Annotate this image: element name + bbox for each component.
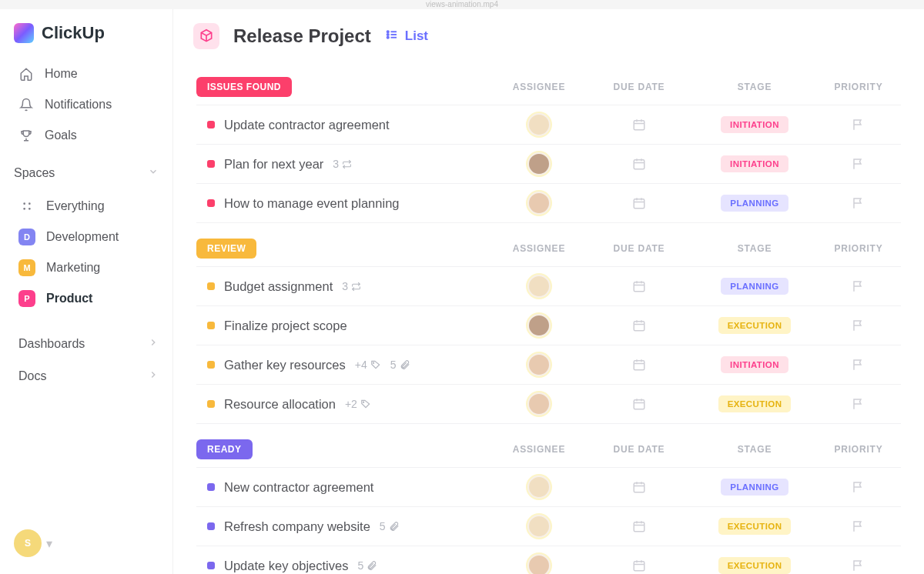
svg-point-8 <box>387 36 388 38</box>
column-header-due[interactable]: DUE DATE <box>585 82 693 92</box>
priority-flag-icon[interactable] <box>816 196 901 210</box>
stage-badge[interactable]: INITIATION <box>721 155 788 172</box>
priority-flag-icon[interactable] <box>816 157 901 171</box>
attachment-count[interactable]: 5 <box>390 359 410 371</box>
status-label[interactable]: READY <box>196 439 253 459</box>
sidebar-item-marketing[interactable]: MMarketing <box>14 252 163 283</box>
due-date-icon[interactable] <box>585 358 693 372</box>
column-header-assignee[interactable]: ASSIGNEE <box>493 243 585 254</box>
status-dot-icon <box>207 562 215 569</box>
assignee-avatar[interactable] <box>527 476 551 499</box>
nav-dashboards[interactable]: Dashboards <box>14 328 163 360</box>
stage-badge[interactable]: EXECUTION <box>718 395 792 412</box>
assignee-avatar[interactable] <box>527 275 551 298</box>
stage-badge[interactable]: INITIATION <box>721 356 788 373</box>
status-dot-icon <box>207 483 215 491</box>
stage-badge[interactable]: EXECUTION <box>718 518 792 535</box>
stage-badge[interactable]: PLANNING <box>721 479 788 496</box>
column-header-priority[interactable]: PRIORITY <box>816 444 901 455</box>
priority-flag-icon[interactable] <box>816 480 901 494</box>
svg-rect-26 <box>634 322 644 331</box>
column-header-stage[interactable]: STAGE <box>693 444 816 455</box>
subtask-count[interactable]: 3 <box>333 158 352 170</box>
space-label: Marketing <box>46 261 100 275</box>
priority-flag-icon[interactable] <box>816 397 901 411</box>
task-row[interactable]: Gather key resources+4 5 INITIATION <box>196 345 901 384</box>
task-list-content: ISSUES FOUNDASSIGNEEDUE DATESTAGEPRIORIT… <box>173 62 924 574</box>
status-label[interactable]: REVIEW <box>196 239 256 259</box>
column-header-stage[interactable]: STAGE <box>693 82 816 92</box>
due-date-icon[interactable] <box>585 480 693 494</box>
due-date-icon[interactable] <box>585 118 693 132</box>
assignee-avatar[interactable] <box>527 314 551 337</box>
nav-notifications[interactable]: Notifications <box>14 91 163 118</box>
svg-point-6 <box>387 33 388 35</box>
stage-badge[interactable]: INITIATION <box>721 116 788 133</box>
tag-count[interactable]: +4 <box>355 359 381 371</box>
sidebar-footer[interactable]: S ▾ <box>14 522 163 565</box>
attachment-count[interactable]: 5 <box>357 559 377 572</box>
task-row[interactable]: Budget assignment3 PLANNING <box>196 266 901 305</box>
nav-home[interactable]: Home <box>14 60 163 88</box>
space-icon: D <box>18 229 35 245</box>
task-row[interactable]: How to manage event planningPLANNING <box>196 183 901 223</box>
due-date-icon[interactable] <box>585 559 693 572</box>
priority-flag-icon[interactable] <box>816 319 901 332</box>
sidebar-item-development[interactable]: DDevelopment <box>14 222 163 252</box>
status-label[interactable]: ISSUES FOUND <box>196 77 292 97</box>
stage-badge[interactable]: EXECUTION <box>718 317 792 334</box>
stage-badge[interactable]: EXECUTION <box>718 557 792 574</box>
stage-badge[interactable]: PLANNING <box>721 278 788 295</box>
task-row[interactable]: Update contractor agreementINITIATION <box>196 105 901 144</box>
space-icon: M <box>18 259 35 276</box>
sidebar-item-product[interactable]: PProduct <box>14 283 163 314</box>
due-date-icon[interactable] <box>585 519 693 533</box>
priority-flag-icon[interactable] <box>816 279 901 293</box>
priority-flag-icon[interactable] <box>816 118 901 132</box>
assignee-avatar[interactable] <box>527 192 551 215</box>
due-date-icon[interactable] <box>585 397 693 411</box>
column-header-priority[interactable]: PRIORITY <box>816 243 901 254</box>
task-row[interactable]: New contractor agreementPLANNING <box>196 467 901 506</box>
nav-goals[interactable]: Goals <box>14 122 163 149</box>
assignee-avatar[interactable] <box>527 353 551 376</box>
brand[interactable]: ClickUp <box>14 23 163 43</box>
task-row[interactable]: Plan for next year3 INITIATION <box>196 144 901 183</box>
due-date-icon[interactable] <box>585 279 693 293</box>
due-date-icon[interactable] <box>585 196 693 210</box>
attachment-count[interactable]: 5 <box>380 520 400 532</box>
column-header-stage[interactable]: STAGE <box>693 243 816 254</box>
stage-badge[interactable]: PLANNING <box>721 195 788 212</box>
nav-home-label: Home <box>45 67 78 81</box>
svg-rect-10 <box>634 121 644 130</box>
nav-docs[interactable]: Docs <box>14 360 163 392</box>
column-header-due[interactable]: DUE DATE <box>585 444 693 455</box>
column-header-due[interactable]: DUE DATE <box>585 243 693 254</box>
spaces-header[interactable]: Spaces <box>14 152 163 188</box>
user-avatar[interactable]: S <box>14 529 42 557</box>
column-header-assignee[interactable]: ASSIGNEE <box>493 444 585 455</box>
task-row[interactable]: Refresh company website5 EXECUTION <box>196 506 901 546</box>
task-row[interactable]: Resource allocation+2 EXECUTION <box>196 384 901 424</box>
assignee-avatar[interactable] <box>527 152 551 175</box>
task-row[interactable]: Finalize project scopeEXECUTION <box>196 305 901 345</box>
task-row[interactable]: Update key objectives5 EXECUTION <box>196 546 901 574</box>
subtask-count[interactable]: 3 <box>342 280 361 292</box>
due-date-icon[interactable] <box>585 157 693 171</box>
view-switch-list[interactable]: List <box>385 28 428 45</box>
svg-rect-18 <box>634 199 644 209</box>
priority-flag-icon[interactable] <box>816 559 901 572</box>
due-date-icon[interactable] <box>585 319 693 332</box>
svg-rect-31 <box>634 361 644 370</box>
assignee-avatar[interactable] <box>527 392 551 415</box>
priority-flag-icon[interactable] <box>816 358 901 372</box>
assignee-avatar[interactable] <box>527 515 551 538</box>
column-header-priority[interactable]: PRIORITY <box>816 82 901 92</box>
status-dot-icon <box>207 322 215 329</box>
assignee-avatar[interactable] <box>527 113 551 136</box>
column-header-assignee[interactable]: ASSIGNEE <box>493 82 585 92</box>
sidebar-item-everything[interactable]: Everything <box>14 191 163 222</box>
priority-flag-icon[interactable] <box>816 519 901 533</box>
tag-count[interactable]: +2 <box>345 398 371 410</box>
assignee-avatar[interactable] <box>527 554 551 574</box>
